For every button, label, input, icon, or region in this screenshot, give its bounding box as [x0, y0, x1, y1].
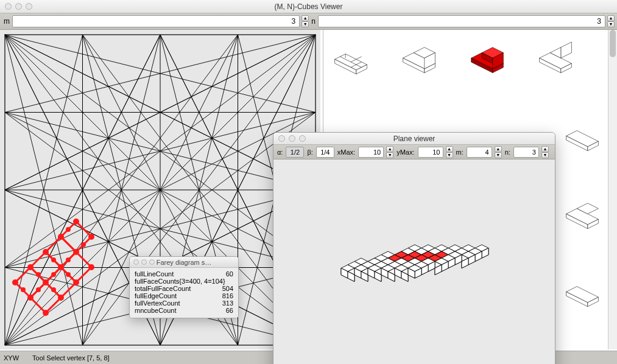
minimize-icon[interactable]: [289, 135, 295, 142]
svg-point-64: [27, 264, 33, 270]
svg-point-69: [43, 310, 49, 316]
ymax-spinner[interactable]: ▲▼: [446, 146, 453, 158]
plane-n-spinner[interactable]: ▲▼: [541, 146, 549, 158]
close-icon[interactable]: [133, 259, 139, 265]
minimize-icon[interactable]: [15, 3, 22, 10]
plane-viewer-window[interactable]: Plane viewer α: β: xMax: ▲▼ yMax: ▲▼ m: …: [273, 132, 555, 364]
close-icon[interactable]: [5, 3, 12, 10]
n-spinner[interactable]: ▲ ▼: [607, 15, 615, 27]
plane-title: Plane viewer: [273, 135, 555, 143]
plane-toolbar: α: β: xMax: ▲▼ yMax: ▲▼ m: ▲▼ n: ▲▼: [273, 145, 555, 159]
status-mode: XYW: [4, 354, 19, 362]
plane-canvas[interactable]: [273, 159, 555, 364]
xmax-label: xMax:: [336, 149, 356, 156]
minimize-icon[interactable]: [141, 259, 147, 265]
scrollbar[interactable]: [608, 30, 617, 349]
svg-point-66: [58, 295, 64, 301]
zoom-icon[interactable]: [299, 135, 306, 142]
beta-label: β:: [306, 149, 314, 156]
plane-m-label: m:: [455, 149, 465, 156]
cube-thumb[interactable]: [330, 38, 372, 75]
svg-point-78: [81, 242, 86, 247]
status-tool: Tool Select vertex [7, 5, 8]: [32, 354, 110, 362]
svg-point-77: [51, 287, 56, 292]
close-icon[interactable]: [278, 135, 285, 142]
main-toolbar: m ▲ ▼ n ▲ ▼: [0, 13, 617, 30]
stat-key: fullLineCount: [135, 270, 174, 278]
stat-key: mncubeCount: [135, 307, 177, 314]
m-spinner[interactable]: ▲ ▼: [301, 15, 309, 27]
stat-val: 313: [213, 299, 233, 307]
svg-point-73: [66, 272, 71, 277]
stat-key: totalFullFaceCount: [135, 285, 191, 292]
m-input[interactable]: [12, 15, 300, 27]
plane-m-input[interactable]: [467, 147, 492, 158]
chevron-up-icon[interactable]: ▲: [301, 15, 309, 21]
alpha-input[interactable]: [286, 147, 304, 158]
main-titlebar: (M, N)-Cubes Viewer: [0, 0, 617, 13]
chevron-down-icon[interactable]: ▼: [495, 152, 502, 158]
chevron-down-icon[interactable]: ▼: [446, 152, 453, 158]
svg-point-79: [66, 227, 71, 232]
chevron-down-icon[interactable]: ▼: [386, 152, 393, 158]
content-area: XYW Tool Select vertex [7, 5, 8] Farey d…: [0, 30, 617, 364]
plane-titlebar[interactable]: Plane viewer: [273, 133, 555, 145]
svg-point-57: [43, 249, 49, 255]
plane-m-spinner[interactable]: ▲▼: [495, 146, 502, 158]
svg-point-68: [27, 295, 33, 301]
cube-thumb[interactable]: [561, 115, 604, 152]
stat-row: fullVertexCount313: [135, 299, 233, 307]
chevron-up-icon[interactable]: ▲: [541, 146, 549, 152]
svg-point-67: [12, 279, 18, 285]
stats-titlebar[interactable]: Farey diagram s…: [130, 257, 238, 268]
plane-n-input[interactable]: [513, 147, 539, 158]
cube-thumb[interactable]: [561, 193, 604, 229]
plane-cubes: [273, 159, 555, 364]
xmax-input[interactable]: [358, 147, 384, 158]
window-title: (M, N)-Cubes Viewer: [0, 2, 617, 11]
chevron-up-icon[interactable]: ▲: [386, 146, 393, 152]
stat-row: mncubeCount66: [135, 307, 233, 314]
svg-point-62: [73, 219, 79, 225]
n-label: n: [310, 17, 317, 26]
stat-val: [234, 278, 239, 285]
cube-thumb[interactable]: [534, 38, 577, 75]
svg-point-70: [51, 257, 56, 262]
stat-row: fullEdgeCount816: [135, 292, 233, 299]
zoom-icon[interactable]: [26, 3, 32, 10]
cube-thumb[interactable]: [398, 38, 440, 75]
svg-marker-101: [561, 42, 572, 58]
chevron-up-icon[interactable]: ▲: [446, 146, 453, 152]
stat-key: fullVertexCount: [135, 299, 180, 307]
stats-window[interactable]: Farey diagram s… fullLineCount60 fullFac…: [129, 256, 239, 318]
alpha-label: α:: [276, 149, 284, 156]
window-controls: [0, 3, 32, 10]
n-input[interactable]: [318, 15, 605, 27]
beta-input[interactable]: [316, 147, 334, 158]
svg-point-74: [36, 272, 41, 277]
xmax-spinner[interactable]: ▲▼: [386, 146, 393, 158]
chevron-up-icon[interactable]: ▲: [607, 15, 615, 21]
chevron-down-icon[interactable]: ▼: [541, 152, 549, 158]
svg-point-72: [51, 272, 56, 277]
ymax-input[interactable]: [418, 147, 443, 158]
ymax-label: yMax:: [395, 149, 415, 156]
stat-val: 504: [213, 285, 233, 292]
scroll-thumb[interactable]: [610, 30, 616, 57]
svg-point-60: [73, 279, 79, 285]
chevron-down-icon[interactable]: ▼: [607, 21, 615, 27]
m-label: m: [2, 17, 11, 26]
chevron-down-icon[interactable]: ▼: [301, 21, 309, 27]
stat-row: fullFaceCounts{3=400, 4=104}: [135, 278, 233, 285]
zoom-icon[interactable]: [149, 259, 155, 265]
svg-point-56: [58, 264, 64, 270]
svg-point-65: [43, 279, 49, 285]
plane-n-label: n:: [504, 149, 512, 156]
cube-thumb[interactable]: [561, 271, 604, 307]
chevron-up-icon[interactable]: ▲: [495, 146, 502, 152]
cube-thumb[interactable]: [561, 349, 604, 349]
svg-point-71: [66, 257, 71, 262]
stat-key: fullFaceCounts{3=400, 4=104}: [135, 278, 225, 285]
cube-thumb-selected[interactable]: [466, 38, 509, 75]
svg-point-76: [21, 287, 26, 292]
